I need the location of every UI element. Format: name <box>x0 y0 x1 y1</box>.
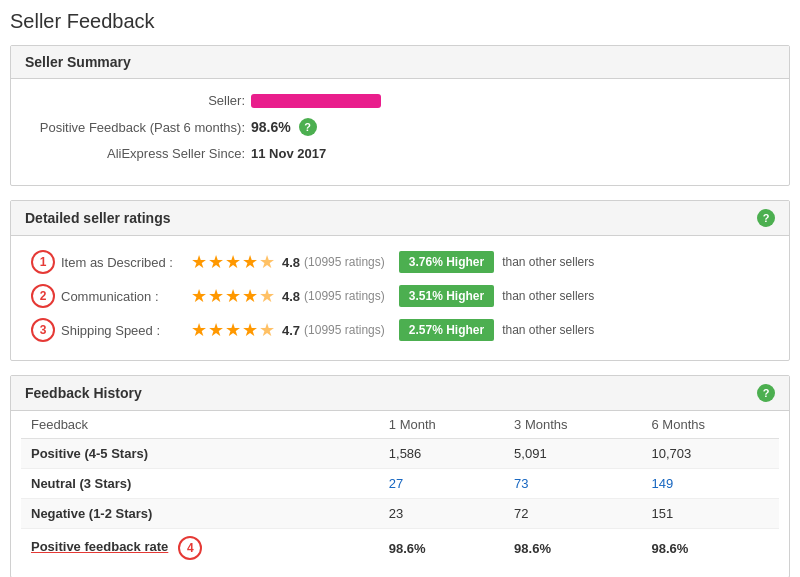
rating-circle-3: 3 <box>31 318 55 342</box>
feedback-history-title: Feedback History <box>25 385 142 401</box>
page-title: Seller Feedback <box>10 10 790 33</box>
rating-row-2: 2Communication :★★★★★4.8(10995 ratings)3… <box>31 284 769 308</box>
positive-feedback-row: Positive Feedback (Past 6 months): 98.6%… <box>31 118 769 136</box>
star-3-1: ★ <box>191 319 207 341</box>
circle-4: 4 <box>178 536 202 560</box>
detailed-ratings-help-icon[interactable]: ? <box>757 209 775 227</box>
feedback-history-help-icon[interactable]: ? <box>757 384 775 402</box>
seller-name-bar <box>251 94 381 108</box>
star-2-1: ★ <box>191 285 207 307</box>
than-label-2: than other sellers <box>502 289 594 303</box>
feedback-table: Feedback1 Month3 Months6 MonthsPositive … <box>21 411 779 567</box>
seller-name-row: Seller: <box>31 93 769 108</box>
rating-row-3: 3Shipping Speed :★★★★★4.7(10995 ratings)… <box>31 318 769 342</box>
feedback-val-1-1: 73 <box>504 469 641 499</box>
detailed-ratings-title: Detailed seller ratings <box>25 210 171 226</box>
rating-label-3: Shipping Speed : <box>61 323 191 338</box>
rating-count-3: (10995 ratings) <box>304 323 385 337</box>
feedback-val-3-2: 98.6% <box>642 529 779 568</box>
feedback-val-2-1: 72 <box>504 499 641 529</box>
star-3-5: ★ <box>259 319 275 341</box>
seller-summary-card: Seller Summary Seller: Positive Feedback… <box>10 45 790 186</box>
feedback-type-3: Positive feedback rate4 <box>21 529 379 568</box>
stars-2: ★★★★★ <box>191 285 276 307</box>
col-header-3: 6 Months <box>642 411 779 439</box>
seller-summary-title: Seller Summary <box>25 54 131 70</box>
rating-score-3: 4.7 <box>282 323 300 338</box>
feedback-history-body: Feedback1 Month3 Months6 MonthsPositive … <box>11 411 789 577</box>
feedback-val-0-2: 10,703 <box>642 439 779 469</box>
rating-row-1: 1Item as Described :★★★★★4.8(10995 ratin… <box>31 250 769 274</box>
feedback-type-0: Positive (4-5 Stars) <box>21 439 379 469</box>
star-1-4: ★ <box>242 251 258 273</box>
feedback-val-2-0: 23 <box>379 499 504 529</box>
detailed-ratings-body: 1Item as Described :★★★★★4.8(10995 ratin… <box>11 236 789 360</box>
higher-badge-2: 3.51% Higher <box>399 285 494 307</box>
feedback-rate-label: Positive feedback rate <box>31 539 168 554</box>
than-label-3: than other sellers <box>502 323 594 337</box>
star-1-3: ★ <box>225 251 241 273</box>
seller-summary-body: Seller: Positive Feedback (Past 6 months… <box>11 79 789 185</box>
rating-label-1: Item as Described : <box>61 255 191 270</box>
col-header-0: Feedback <box>21 411 379 439</box>
feedback-type-1: Neutral (3 Stars) <box>21 469 379 499</box>
positive-feedback-value: 98.6% <box>251 119 291 135</box>
star-1-1: ★ <box>191 251 207 273</box>
star-2-3: ★ <box>225 285 241 307</box>
star-3-2: ★ <box>208 319 224 341</box>
star-2-2: ★ <box>208 285 224 307</box>
feedback-history-header: Feedback History ? <box>11 376 789 411</box>
feedback-val-3-1: 98.6% <box>504 529 641 568</box>
higher-badge-1: 3.76% Higher <box>399 251 494 273</box>
since-value: 11 Nov 2017 <box>251 146 326 161</box>
rating-label-2: Communication : <box>61 289 191 304</box>
feedback-row-2: Negative (1-2 Stars)2372151 <box>21 499 779 529</box>
star-2-5: ★ <box>259 285 275 307</box>
feedback-val-1-0: 27 <box>379 469 504 499</box>
stars-1: ★★★★★ <box>191 251 276 273</box>
seller-summary-header: Seller Summary <box>11 46 789 79</box>
feedback-val-2-2: 151 <box>642 499 779 529</box>
since-row: AliExpress Seller Since: 11 Nov 2017 <box>31 146 769 161</box>
rating-circle-1: 1 <box>31 250 55 274</box>
feedback-row-3: Positive feedback rate498.6%98.6%98.6% <box>21 529 779 568</box>
star-3-3: ★ <box>225 319 241 341</box>
rating-count-1: (10995 ratings) <box>304 255 385 269</box>
rating-score-1: 4.8 <box>282 255 300 270</box>
feedback-val-0-1: 5,091 <box>504 439 641 469</box>
col-header-2: 3 Months <box>504 411 641 439</box>
rating-circle-2: 2 <box>31 284 55 308</box>
feedback-row-1: Neutral (3 Stars)2773149 <box>21 469 779 499</box>
star-3-4: ★ <box>242 319 258 341</box>
positive-help-icon[interactable]: ? <box>299 118 317 136</box>
higher-badge-3: 2.57% Higher <box>399 319 494 341</box>
detailed-ratings-card: Detailed seller ratings ? 1Item as Descr… <box>10 200 790 361</box>
star-1-5: ★ <box>259 251 275 273</box>
feedback-type-2: Negative (1-2 Stars) <box>21 499 379 529</box>
detailed-ratings-header: Detailed seller ratings ? <box>11 201 789 236</box>
since-label: AliExpress Seller Since: <box>31 146 251 161</box>
rating-score-2: 4.8 <box>282 289 300 304</box>
than-label-1: than other sellers <box>502 255 594 269</box>
seller-label: Seller: <box>31 93 251 108</box>
feedback-val-3-0: 98.6% <box>379 529 504 568</box>
feedback-val-0-0: 1,586 <box>379 439 504 469</box>
rating-count-2: (10995 ratings) <box>304 289 385 303</box>
star-2-4: ★ <box>242 285 258 307</box>
feedback-history-card: Feedback History ? Feedback1 Month3 Mont… <box>10 375 790 577</box>
feedback-val-1-2: 149 <box>642 469 779 499</box>
feedback-row-0: Positive (4-5 Stars)1,5865,09110,703 <box>21 439 779 469</box>
positive-feedback-label: Positive Feedback (Past 6 months): <box>31 120 251 135</box>
star-1-2: ★ <box>208 251 224 273</box>
col-header-1: 1 Month <box>379 411 504 439</box>
stars-3: ★★★★★ <box>191 319 276 341</box>
